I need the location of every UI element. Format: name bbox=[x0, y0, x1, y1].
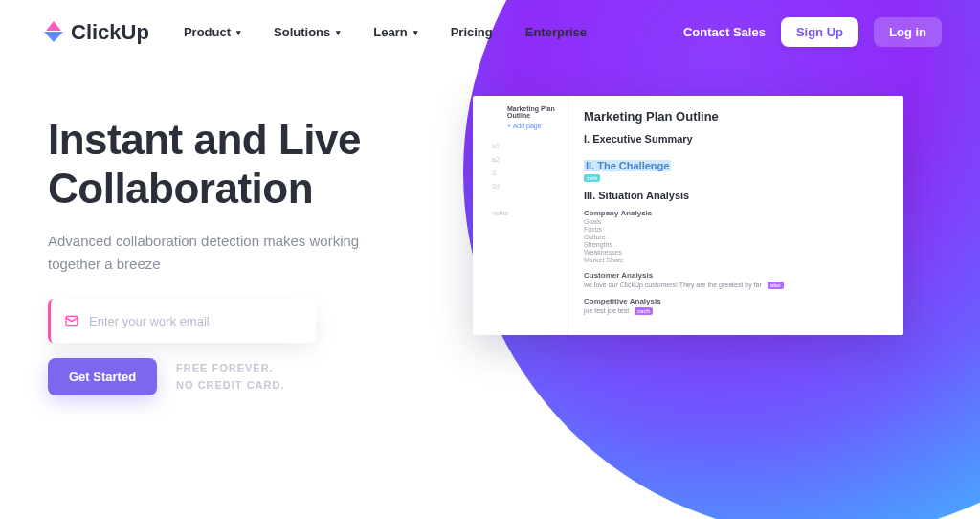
nav-links: Product ▾ Solutions ▾ Learn ▾ Pricing En… bbox=[184, 25, 587, 39]
get-started-button[interactable]: Get Started bbox=[48, 358, 157, 395]
nav-solutions[interactable]: Solutions ▾ bbox=[274, 25, 341, 39]
user-tag: zeth bbox=[584, 174, 600, 182]
doc-main: Marketing Plan Outline I. Executive Summ… bbox=[568, 96, 903, 335]
nav-learn[interactable]: Learn ▾ bbox=[373, 25, 417, 39]
user-edit-badge: zach bbox=[635, 307, 653, 315]
cta-meta: FREE FOREVER. NO CREDIT CARD. bbox=[176, 360, 284, 394]
doc-sidebar-row: a2 bbox=[479, 152, 562, 166]
doc-sidebar-row: nents bbox=[479, 206, 562, 219]
top-nav: ClickUp Product ▾ Solutions ▾ Learn ▾ Pr… bbox=[0, 0, 980, 47]
doc-heading-challenge: II. The Challenge bbox=[584, 160, 671, 171]
envelope-icon bbox=[64, 313, 79, 328]
chevron-down-icon: ▾ bbox=[336, 28, 341, 37]
chevron-down-icon: ▾ bbox=[236, 28, 241, 37]
doc-heading-exec: I. Executive Summary bbox=[584, 133, 888, 145]
doc-sidebar: Marketing Plan Outline + Add page a1 a2 … bbox=[473, 96, 568, 335]
nav-product[interactable]: Product ▾ bbox=[184, 25, 241, 39]
brand-name: ClickUp bbox=[71, 20, 149, 45]
nav-right: Contact Sales Sign Up Log in bbox=[683, 17, 942, 47]
doc-title: Marketing Plan Outline bbox=[584, 109, 888, 124]
signup-button[interactable]: Sign Up bbox=[781, 17, 858, 47]
company-analysis-label: Company Analysis bbox=[584, 209, 888, 217]
doc-heading-situation: III. Situation Analysis bbox=[584, 190, 888, 201]
ca-item: Market Share bbox=[584, 257, 888, 263]
email-input-wrapper[interactable] bbox=[48, 299, 316, 343]
chevron-down-icon: ▾ bbox=[413, 28, 418, 37]
nav-enterprise[interactable]: Enterprise bbox=[525, 25, 587, 39]
ca-item: Focus bbox=[584, 226, 888, 233]
doc-sidebar-row: 3 bbox=[479, 166, 562, 179]
contact-sales-link[interactable]: Contact Sales bbox=[683, 25, 766, 39]
competitive-analysis-text: joe test joe test zach bbox=[584, 307, 888, 315]
logo-icon bbox=[42, 21, 65, 44]
ca-item: Weaknesses bbox=[584, 249, 888, 256]
brand-logo[interactable]: ClickUp bbox=[42, 20, 149, 45]
doc-sidebar-row: a1 bbox=[479, 139, 562, 152]
add-page-link[interactable]: + Add page bbox=[507, 123, 562, 129]
customer-analysis-label: Customer Analysis bbox=[584, 271, 888, 280]
ca-item: Strengths bbox=[584, 241, 888, 248]
doc-sidebar-title: Marketing Plan Outline bbox=[507, 105, 562, 119]
ca-item: Culture bbox=[584, 234, 888, 240]
competitive-analysis-label: Competitive Analysis bbox=[584, 297, 888, 305]
email-input[interactable] bbox=[89, 314, 302, 328]
doc-preview-panel: Marketing Plan Outline + Add page a1 a2 … bbox=[473, 96, 903, 335]
nav-pricing[interactable]: Pricing bbox=[451, 25, 493, 39]
ca-item: Goals bbox=[584, 218, 888, 225]
user-edit-badge: alex bbox=[768, 282, 784, 289]
hero-subtitle: Advanced collaboration detection makes w… bbox=[48, 230, 412, 276]
doc-sidebar-row: 2d bbox=[479, 179, 562, 192]
doc-sidebar-row bbox=[479, 192, 562, 206]
customer-analysis-text: we love our ClickUp customers! They are … bbox=[584, 282, 888, 289]
login-button[interactable]: Log in bbox=[874, 17, 942, 47]
